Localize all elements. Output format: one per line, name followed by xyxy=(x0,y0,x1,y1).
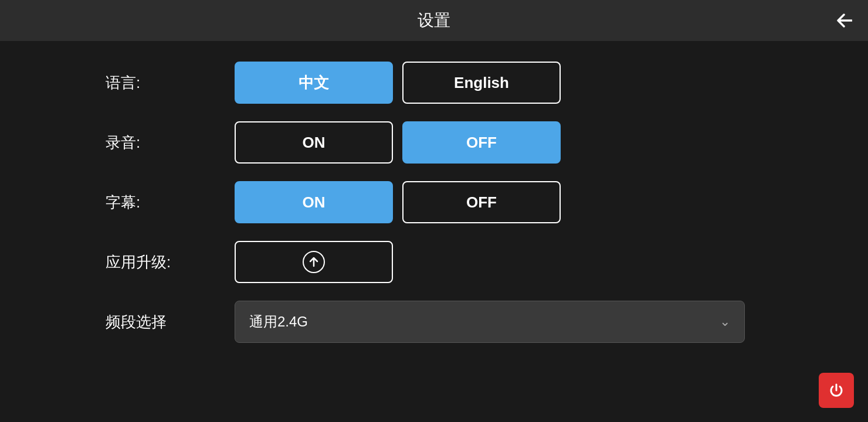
subtitle-label: 字幕: xyxy=(106,192,235,213)
frequency-setting-row: 频段选择 通用2.4G ⌄ xyxy=(106,301,762,343)
subtitle-setting-row: 字幕: ON OFF xyxy=(106,181,762,223)
language-english-button[interactable]: English xyxy=(402,62,561,104)
back-arrow-icon xyxy=(831,12,852,29)
upgrade-button[interactable] xyxy=(235,241,393,283)
recording-label: 录音: xyxy=(106,132,235,153)
recording-off-button[interactable]: OFF xyxy=(402,121,561,164)
recording-btn-group: ON OFF xyxy=(235,121,561,164)
header: 设置 xyxy=(0,0,868,41)
upgrade-setting-row: 应用升级: xyxy=(106,241,762,283)
frequency-dropdown[interactable]: 通用2.4G ⌄ xyxy=(235,301,745,343)
page-title: 设置 xyxy=(418,9,450,32)
subtitle-btn-group: ON OFF xyxy=(235,181,561,223)
frequency-label: 频段选择 xyxy=(106,312,235,332)
upload-icon xyxy=(303,251,325,273)
settings-content: 语言: 中文 English 录音: ON OFF 字幕: ON OFF 应用升… xyxy=(0,41,868,372)
language-label: 语言: xyxy=(106,73,235,93)
subtitle-on-button[interactable]: ON xyxy=(235,181,393,223)
upload-arrow-icon xyxy=(308,256,320,268)
recording-setting-row: 录音: ON OFF xyxy=(106,121,762,164)
power-icon xyxy=(827,381,846,400)
chevron-down-icon: ⌄ xyxy=(720,314,730,329)
subtitle-off-button[interactable]: OFF xyxy=(402,181,561,223)
back-button[interactable] xyxy=(827,6,856,35)
power-button[interactable] xyxy=(819,373,854,408)
frequency-selected-value: 通用2.4G xyxy=(249,312,308,331)
language-chinese-button[interactable]: 中文 xyxy=(235,62,393,104)
recording-on-button[interactable]: ON xyxy=(235,121,393,164)
language-setting-row: 语言: 中文 English xyxy=(106,62,762,104)
language-btn-group: 中文 English xyxy=(235,62,561,104)
upgrade-label: 应用升级: xyxy=(106,252,235,273)
